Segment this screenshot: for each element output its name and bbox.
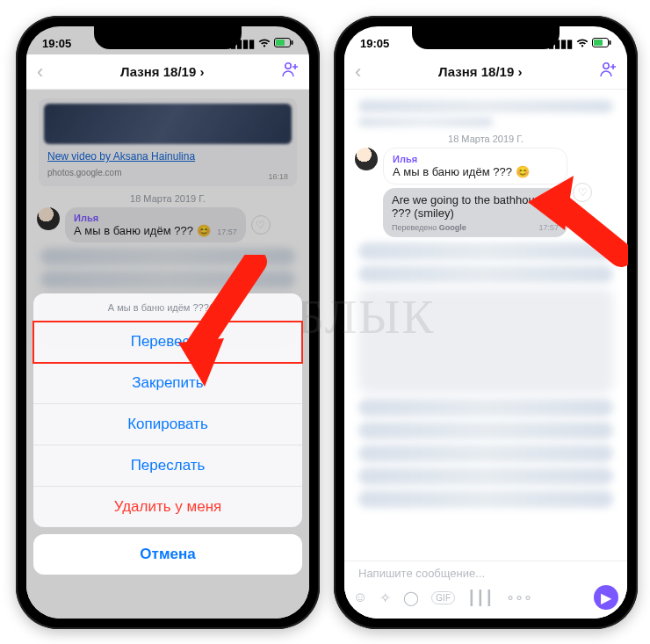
sticker-icon[interactable]: ✧	[379, 590, 391, 606]
chat-title[interactable]: Лазня 18/19 ›	[438, 64, 523, 79]
back-button[interactable]: ‹	[37, 61, 43, 83]
battery-icon	[274, 37, 293, 50]
annotation-arrow-right	[523, 176, 628, 272]
action-cancel[interactable]: Отмена	[33, 534, 302, 575]
blurred-content	[358, 467, 613, 485]
add-member-button[interactable]	[281, 62, 299, 82]
svg-rect-6	[610, 40, 611, 45]
svg-rect-2	[292, 40, 293, 45]
blurred-content	[358, 422, 613, 439]
svg-rect-1	[276, 40, 285, 46]
blurred-content	[358, 445, 613, 462]
chat-body-right: 18 Марта 2019 Г. Илья А мы в баню идём ?…	[344, 90, 627, 619]
screen-right: 19:05 ▮▮▮▮ ‹ Лазня 18/19 ›	[344, 26, 627, 619]
svg-marker-8	[178, 338, 224, 387]
more-icon[interactable]: ∘∘∘	[506, 590, 532, 606]
action-delete[interactable]: Удалить у меня	[33, 487, 302, 527]
blurred-content	[358, 490, 613, 508]
action-forward[interactable]: Переслать	[33, 445, 302, 487]
notch	[412, 26, 560, 49]
phone-frame-right: 19:05 ▮▮▮▮ ‹ Лазня 18/19 ›	[334, 16, 638, 629]
svg-point-7	[603, 63, 609, 69]
status-time: 19:05	[42, 37, 71, 50]
wifi-icon	[576, 37, 589, 50]
chat-header: ‹ Лазня 18/19 ›	[344, 54, 627, 90]
emoji-icon[interactable]: ☺	[353, 590, 367, 605]
blurred-content	[358, 399, 613, 416]
message-author: Илья	[393, 154, 558, 164]
notch	[94, 26, 242, 49]
back-button[interactable]: ‹	[355, 61, 361, 83]
send-button[interactable]: ▶	[594, 585, 618, 610]
voice-icon[interactable]: ┃┃┃	[467, 590, 494, 606]
blurred-content	[358, 118, 493, 127]
action-copy[interactable]: Копировать	[33, 404, 302, 445]
blurred-content	[358, 288, 613, 394]
composer-bar: Напишите сообщение... ☺ ✧ ◯ GIF ┃┃┃ ∘∘∘ …	[344, 561, 627, 619]
svg-rect-5	[594, 40, 603, 46]
phone-frame-left: 19:05 ▮▮▮▮ ‹ Лазня 18/19 ›	[16, 16, 320, 629]
wifi-icon	[258, 37, 271, 50]
chat-title[interactable]: Лазня 18/19 ›	[120, 64, 205, 79]
status-time: 19:05	[360, 37, 389, 50]
gif-icon[interactable]: GIF	[431, 591, 455, 604]
date-separator: 18 Марта 2019 Г.	[351, 134, 620, 144]
svg-point-3	[285, 63, 291, 69]
add-member-button[interactable]	[599, 62, 617, 82]
message-text: А мы в баню идём ???	[393, 165, 512, 178]
composer-input[interactable]: Напишите сообщение...	[353, 567, 618, 580]
camera-icon[interactable]: ◯	[403, 590, 419, 606]
annotation-arrow-left	[171, 255, 268, 387]
battery-icon	[592, 37, 611, 50]
chat-header: ‹ Лазня 18/19 ›	[26, 54, 309, 90]
blurred-content	[358, 100, 613, 112]
avatar[interactable]	[355, 148, 378, 170]
